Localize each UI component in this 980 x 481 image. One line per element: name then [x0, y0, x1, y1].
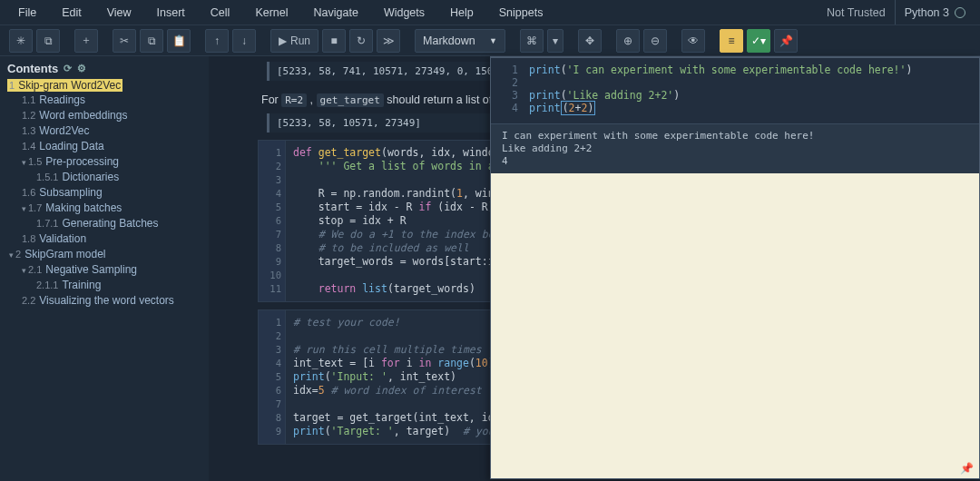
menu-insert[interactable]: Insert — [144, 3, 198, 23]
zoom-in-button[interactable]: ⊕ — [616, 29, 640, 53]
menu-widgets[interactable]: Widgets — [371, 3, 437, 23]
restart-button[interactable]: ↻ — [349, 29, 373, 53]
kernel-name: Python 3 — [905, 6, 949, 19]
menu-file[interactable]: File — [5, 3, 49, 23]
move-down-button[interactable]: ↓ — [232, 29, 256, 53]
toc-title: Contents ⟳ ⚙ — [7, 62, 201, 75]
gear-icon[interactable]: ⚙ — [77, 63, 86, 74]
refresh-icon[interactable]: ⟳ — [64, 63, 72, 74]
copy-button[interactable]: ⧉ — [140, 29, 163, 53]
kernel-indicator[interactable]: Python 3 — [895, 0, 975, 25]
check-toggle-button[interactable]: ✓▾ — [747, 29, 770, 53]
toc-item[interactable]: ▾1.5Pre-processing — [7, 153, 201, 169]
save-button[interactable]: ✳ — [9, 29, 33, 53]
toc-item[interactable]: 1.3Word2Vec — [7, 123, 201, 138]
cell-type-value: Markdown — [423, 34, 475, 47]
chevron-down-icon: ▼ — [489, 36, 497, 45]
menu-navigate[interactable]: Navigate — [301, 3, 371, 23]
toc-item[interactable]: 1.8Validation — [7, 231, 201, 246]
scratchpad-editor[interactable]: 1print('I can experiment with some exper… — [491, 58, 979, 124]
pin-icon[interactable]: 📌 — [960, 462, 974, 475]
interrupt-button[interactable]: ■ — [322, 29, 346, 53]
preview-button[interactable]: 👁 — [681, 29, 705, 53]
menu-kernel[interactable]: Kernel — [242, 3, 300, 23]
toc-item[interactable]: 1.4Loading Data — [7, 138, 201, 153]
toc-item[interactable]: ▾2SkipGram model — [7, 246, 201, 261]
toc-item[interactable]: 2.1.1Training — [7, 277, 201, 292]
menubar: File Edit View Insert Cell Kernel Naviga… — [0, 0, 980, 25]
command-palette-button[interactable]: ⌘ — [520, 29, 544, 53]
toc-item[interactable]: 1.6Subsampling — [7, 184, 201, 200]
kernel-idle-icon — [955, 7, 965, 18]
menu-cell[interactable]: Cell — [198, 3, 243, 23]
inline-code: R=2 — [281, 93, 307, 107]
list-toggle-button[interactable]: ≡ — [720, 29, 743, 53]
toc-item[interactable]: ▾2.1Negative Sampling — [7, 261, 201, 277]
run-label: Run — [290, 34, 310, 47]
inline-code: get_target — [317, 93, 384, 107]
toc-sidebar: Contents ⟳ ⚙ 1Skip-gram Word2Vec1.1Readi… — [0, 56, 209, 481]
scratchpad-panel[interactable]: 1print('I can experiment with some exper… — [490, 56, 980, 479]
move-up-button[interactable]: ↑ — [205, 29, 229, 53]
toc-item[interactable]: ▾1.7Making batches — [7, 200, 201, 215]
menu-view[interactable]: View — [94, 3, 144, 23]
pin-button[interactable]: 📌 — [774, 29, 798, 53]
toolbar: ✳ ⧉ ＋ ✂ ⧉ 📋 ↑ ↓ ▶ Run ■ ↻ ≫ Markdown ▼ ⌘… — [0, 25, 980, 56]
trust-indicator[interactable]: Not Trusted — [818, 3, 895, 23]
cell-type-select[interactable]: Markdown ▼ — [415, 29, 505, 53]
insert-below-button[interactable]: ⧉ — [36, 29, 60, 53]
menu-snippets[interactable]: Snippets — [486, 3, 556, 23]
toc-item[interactable]: 2.2Visualizing the word vectors — [7, 292, 201, 308]
toc-item[interactable]: 1.5.1Dictionaries — [7, 169, 201, 184]
cut-button[interactable]: ✂ — [113, 29, 136, 53]
menu-help[interactable]: Help — [437, 3, 486, 23]
zoom-out-button[interactable]: ⊖ — [643, 29, 667, 53]
toc-item[interactable]: 1.7.1Generating Batches — [7, 215, 201, 231]
toc-item[interactable]: 1.2Word embeddings — [7, 107, 201, 123]
add-button[interactable]: ＋ — [74, 29, 98, 53]
scratchpad-output: I can experiment with some experimentabl… — [491, 124, 979, 173]
dropdown-button[interactable]: ▾ — [547, 29, 564, 53]
expand-button[interactable]: ✥ — [578, 29, 602, 53]
toc-item[interactable]: 1Skip-gram Word2Vec — [7, 79, 122, 92]
menu-edit[interactable]: Edit — [49, 3, 94, 23]
restart-run-all-button[interactable]: ≫ — [377, 29, 400, 53]
run-button[interactable]: ▶ Run — [270, 29, 318, 53]
paste-button[interactable]: 📋 — [167, 29, 191, 53]
toc-item[interactable]: 1.1Readings — [7, 92, 201, 107]
